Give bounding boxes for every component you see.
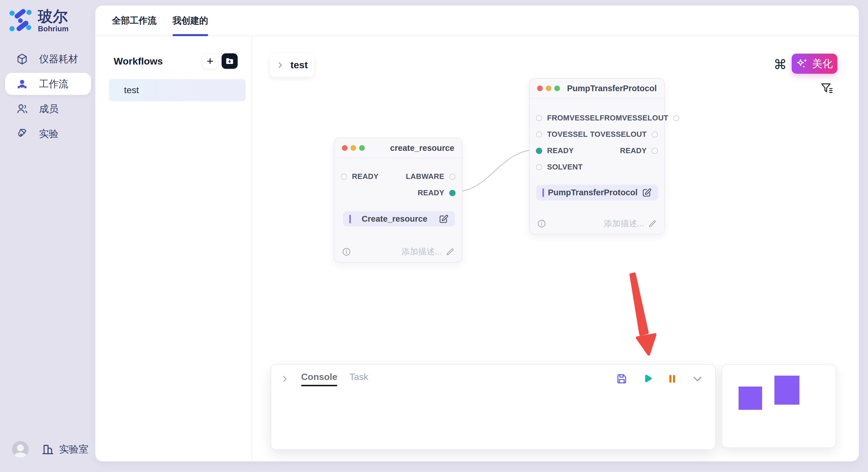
sidebar-item-workflows[interactable]: 工作流 <box>0 71 95 96</box>
app-root: 玻尔 Bohrium 仪器耗材 工作流 <box>0 0 868 472</box>
traffic-light-red-icon <box>537 86 543 91</box>
tab-console[interactable]: Console <box>301 372 337 386</box>
port-circle[interactable] <box>449 173 456 180</box>
port-row: SOLVENT <box>530 159 664 175</box>
output-port-ready[interactable]: READY <box>620 146 658 155</box>
sidebar-nav: 仪器耗材 工作流 成员 <box>0 46 95 146</box>
traffic-lights <box>342 145 365 151</box>
port-circle[interactable] <box>536 164 542 170</box>
port-circle[interactable] <box>652 148 658 154</box>
port-row: READY <box>334 185 462 201</box>
description-placeholder[interactable]: 添加描述... <box>604 218 657 229</box>
pencil-icon <box>648 220 657 228</box>
output-port-tovesselout[interactable]: TOVESSELOUT <box>590 130 658 139</box>
info-icon[interactable] <box>342 247 351 256</box>
workflows-title: Workflows <box>114 56 163 67</box>
workflows-panel: Workflows + test <box>95 36 252 461</box>
chevron-down-icon[interactable] <box>692 373 703 384</box>
edit-icon[interactable] <box>642 188 652 198</box>
port-row: TOVESSEL TOVESSELOUT <box>530 126 664 142</box>
port-row: FROMVESSEL FROMVESSELOUT <box>530 110 664 126</box>
main-card: 全部工作流 我创建的 Workflows + <box>95 5 859 461</box>
output-port-ready[interactable]: READY <box>417 189 456 197</box>
port-circle[interactable] <box>652 131 658 138</box>
sidebar-item-experiments[interactable]: 实验 <box>0 121 95 146</box>
folder-download-icon <box>225 57 234 65</box>
sidebar-item-members[interactable]: 成员 <box>0 96 95 121</box>
edit-icon[interactable] <box>438 214 448 224</box>
command-icon: ⌘ <box>774 58 787 71</box>
port-circle[interactable] <box>536 115 542 121</box>
bohrium-logo-icon <box>9 9 33 33</box>
input-port-solvent[interactable]: SOLVENT <box>536 163 583 171</box>
node-pump-transfer-protocol[interactable]: PumpTransferProtocol FROMVESSEL FROMVESS… <box>529 78 665 235</box>
add-workflow-button[interactable]: + <box>202 53 218 69</box>
traffic-light-yellow-icon <box>546 86 551 91</box>
avatar[interactable] <box>12 441 29 458</box>
filter-icon[interactable] <box>820 81 834 95</box>
port-row: READY LABWARE <box>334 168 462 185</box>
tab-task[interactable]: Task <box>349 372 368 386</box>
workflow-list-item[interactable]: test <box>109 79 246 101</box>
input-port-ready[interactable]: READY <box>536 146 574 155</box>
sidebar-item-instruments[interactable]: 仪器耗材 <box>0 46 95 71</box>
breadcrumb[interactable]: test <box>270 53 314 77</box>
play-icon[interactable] <box>641 373 653 384</box>
minimap-node <box>774 376 799 405</box>
lab-switcher[interactable]: 实验室 <box>41 443 88 456</box>
save-icon[interactable] <box>616 373 627 384</box>
input-port-tovessel[interactable]: TOVESSEL <box>536 130 588 139</box>
sidebar: 玻尔 Bohrium 仪器耗材 工作流 <box>0 0 95 472</box>
sparkles-icon <box>796 58 808 70</box>
workflow-tabs: 全部工作流 我创建的 <box>95 5 859 36</box>
experiment-icon <box>16 128 28 140</box>
port-circle-connected[interactable] <box>449 190 456 196</box>
tab-created-by-me[interactable]: 我创建的 <box>173 5 208 36</box>
minimap-node <box>739 386 762 410</box>
output-port-labware[interactable]: LABWARE <box>406 172 456 181</box>
sidebar-item-label: 成员 <box>39 102 59 115</box>
brand-subtitle: Bohrium <box>38 24 69 33</box>
lab-label: 实验室 <box>59 443 88 456</box>
pause-icon[interactable] <box>666 373 678 384</box>
workflow-icon <box>16 78 28 90</box>
port-row: READY READY <box>530 142 664 159</box>
traffic-light-green-icon <box>554 86 560 91</box>
node-title: PumpTransferProtocol <box>567 84 657 93</box>
output-port-fromvesselout[interactable]: FROMVESSELOUT <box>600 113 679 123</box>
minimap[interactable] <box>722 364 836 448</box>
edge-create-to-pump <box>453 149 538 192</box>
breadcrumb-label: test <box>290 59 308 71</box>
brand-title: 玻尔 <box>38 9 69 24</box>
command-button[interactable]: ⌘ <box>774 58 787 71</box>
console-panel: Console Task <box>271 364 716 450</box>
sidebar-footer: 实验室 <box>12 441 88 458</box>
traffic-light-red-icon <box>342 145 348 151</box>
node-create-resource[interactable]: create_resource READY LABWARE <box>334 138 462 263</box>
port-circle[interactable] <box>341 173 347 180</box>
traffic-light-yellow-icon <box>350 145 356 151</box>
box-icon <box>16 53 28 65</box>
node-pill-pump-transfer[interactable]: PumpTransferProtocol <box>536 185 658 200</box>
plus-icon: + <box>207 55 213 67</box>
port-circle[interactable] <box>673 115 679 121</box>
tab-all-workflows[interactable]: 全部工作流 <box>112 5 156 36</box>
info-icon[interactable] <box>537 219 546 228</box>
input-port-fromvessel[interactable]: FROMVESSEL <box>536 113 600 123</box>
traffic-lights <box>537 86 560 91</box>
sidebar-item-label: 工作流 <box>39 77 68 91</box>
flow-canvas[interactable]: test ⌘ 美化 <box>253 36 859 461</box>
sidebar-item-label: 仪器耗材 <box>39 53 78 66</box>
port-circle-connected[interactable] <box>536 148 542 154</box>
console-collapse-icon[interactable] <box>280 374 289 383</box>
port-circle[interactable] <box>536 131 542 138</box>
input-port-ready[interactable]: READY <box>341 172 379 181</box>
import-folder-button[interactable] <box>222 53 238 69</box>
sidebar-item-label: 实验 <box>39 127 59 140</box>
building-icon <box>41 443 54 456</box>
node-title: create_resource <box>390 143 454 153</box>
beautify-button[interactable]: 美化 <box>792 54 837 74</box>
description-placeholder[interactable]: 添加描述... <box>402 246 454 258</box>
traffic-light-green-icon <box>359 145 365 151</box>
node-pill-create-resource[interactable]: Create_resource <box>343 211 455 227</box>
